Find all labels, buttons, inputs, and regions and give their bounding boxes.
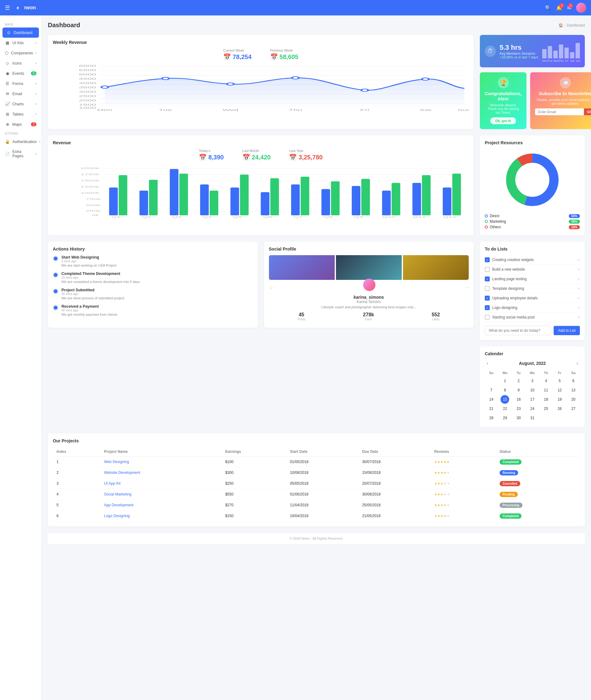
todo-checkbox[interactable] bbox=[485, 257, 490, 262]
cal-day[interactable]: 30 bbox=[514, 413, 523, 422]
todo-text: Build a new website bbox=[492, 267, 525, 271]
project-link[interactable]: Website Development bbox=[104, 470, 140, 475]
sidebar-item-maps[interactable]: ⊕ Maps 2 bbox=[0, 119, 41, 129]
cal-day[interactable]: 12 bbox=[555, 386, 564, 394]
cal-day[interactable]: 23 bbox=[514, 404, 523, 413]
fans-label: Fans bbox=[363, 318, 374, 321]
weekly-revenue-card: Weekly Revenue Current Week 📅 78,254 Pre… bbox=[48, 35, 474, 129]
sidebar-item-label: Tables bbox=[12, 112, 23, 117]
cal-day[interactable]: 13 bbox=[569, 386, 578, 394]
todo-checkbox[interactable] bbox=[485, 267, 490, 272]
logo-icon: e bbox=[14, 3, 22, 12]
calendar-prev-button[interactable]: ‹ bbox=[485, 360, 490, 367]
todo-remove-icon[interactable]: × bbox=[577, 315, 580, 320]
svg-text:2000: 2000 bbox=[79, 99, 96, 102]
svg-rect-52 bbox=[140, 191, 148, 215]
newsletter-email-input[interactable] bbox=[535, 109, 584, 115]
svg-text:Q1: Q1 bbox=[112, 215, 121, 218]
topnav-icons: 🔍 🔔3 ✉5 bbox=[545, 3, 586, 13]
cal-day[interactable]: 6 bbox=[569, 377, 578, 385]
project-link[interactable]: UI App Kit bbox=[104, 481, 120, 486]
project-link[interactable]: Web Designing bbox=[104, 460, 129, 464]
weekly-revenue-stats: Current Week 📅 78,254 Previous Week 📅 58… bbox=[53, 49, 469, 61]
sidebar-item-dashboard[interactable]: ⊙ Dashboard bbox=[2, 27, 39, 38]
sidebar-item-extra-pages[interactable]: 📄 Extra Pages › bbox=[0, 147, 41, 161]
cal-day[interactable]: 2 bbox=[514, 377, 523, 385]
cal-day[interactable]: 31 bbox=[528, 413, 537, 422]
message-icon[interactable]: ✉5 bbox=[567, 5, 571, 11]
cal-day[interactable]: 7 bbox=[487, 386, 496, 394]
newsletter-go-button[interactable]: GO bbox=[584, 109, 591, 115]
sidebar-item-charts[interactable]: 📈 Charts › bbox=[0, 99, 41, 109]
cal-day[interactable]: 1 bbox=[501, 377, 509, 385]
project-link[interactable]: Social Marketing bbox=[104, 492, 132, 496]
cal-day[interactable]: 11 bbox=[542, 386, 550, 394]
cal-day[interactable]: 3 bbox=[528, 377, 537, 385]
todo-remove-icon[interactable]: × bbox=[577, 267, 580, 272]
cal-day[interactable]: 9 bbox=[514, 386, 523, 394]
action-content: Project Submitted 30 mins ago We are don… bbox=[61, 288, 124, 300]
cal-day[interactable]: 4 bbox=[542, 377, 550, 385]
cal-day[interactable]: 19 bbox=[555, 395, 564, 404]
action-item: Start Web Designing 5 mins ago We are st… bbox=[53, 255, 253, 267]
todo-checkbox[interactable] bbox=[485, 296, 490, 301]
cal-day[interactable]: 8 bbox=[501, 386, 509, 394]
row-earnings: $250 bbox=[221, 478, 286, 489]
cal-day[interactable]: 29 bbox=[501, 413, 509, 422]
cal-day-today[interactable]: 15 bbox=[501, 395, 509, 404]
cal-day[interactable]: 28 bbox=[487, 413, 496, 422]
social-username: karina_simons bbox=[269, 295, 469, 300]
revenue-stats: Today's 📅 8,390 Last Month 📅 24,420 Last… bbox=[53, 149, 469, 161]
todo-remove-icon[interactable]: × bbox=[577, 286, 580, 291]
cal-day[interactable]: 22 bbox=[501, 404, 509, 413]
todo-remove-icon[interactable]: × bbox=[577, 276, 580, 281]
cal-day[interactable]: 25 bbox=[542, 404, 550, 413]
more-options-icon[interactable]: ··· bbox=[465, 285, 469, 291]
action-time: 5 mins ago bbox=[61, 259, 116, 263]
cal-day[interactable]: 27 bbox=[569, 404, 578, 413]
newsletter-title: Subscribe to Newsletter bbox=[535, 91, 591, 96]
congrats-button[interactable]: Ok, got it! bbox=[490, 117, 516, 124]
status-badge: Completed bbox=[500, 459, 522, 465]
sidebar-item-auth[interactable]: 🔒 Authentication › bbox=[0, 136, 41, 147]
todo-checkbox[interactable] bbox=[485, 305, 490, 310]
action-content: Completed Theme Development 15 mins ago … bbox=[61, 271, 140, 283]
todo-remove-icon[interactable]: × bbox=[577, 257, 580, 262]
cal-day[interactable]: 10 bbox=[528, 386, 537, 394]
cal-day[interactable]: 24 bbox=[528, 404, 537, 413]
sidebar-item-icons[interactable]: ◇ Icons › bbox=[0, 58, 41, 68]
star-icon[interactable]: ☆ bbox=[269, 285, 273, 291]
cal-day[interactable]: 17 bbox=[528, 395, 537, 404]
svg-text:Q10: Q10 bbox=[383, 215, 396, 218]
todo-remove-icon[interactable]: × bbox=[577, 296, 580, 301]
cal-day[interactable]: 14 bbox=[487, 395, 496, 404]
sidebar-item-forms[interactable]: ☰ Forms › bbox=[0, 78, 41, 89]
cal-day[interactable]: 26 bbox=[555, 404, 564, 413]
avatar[interactable] bbox=[576, 3, 586, 13]
todo-text: Uploading employee details bbox=[492, 296, 538, 300]
todo-checkbox[interactable] bbox=[485, 315, 490, 320]
calendar-next-button[interactable]: › bbox=[575, 360, 580, 367]
sidebar-item-uikits[interactable]: ▦ UI Kits › bbox=[0, 38, 41, 48]
project-link[interactable]: App Development bbox=[104, 503, 133, 507]
cal-day[interactable]: 16 bbox=[514, 395, 523, 404]
cal-day[interactable]: 21 bbox=[487, 404, 496, 413]
todo-add-button[interactable]: Add to List bbox=[553, 326, 580, 335]
sidebar-item-tables[interactable]: ⊞ Tables › bbox=[0, 109, 41, 119]
notification-icon[interactable]: 🔔3 bbox=[556, 5, 562, 11]
todo-new-input[interactable] bbox=[485, 326, 551, 335]
sidebar-item-email[interactable]: ✉ Email › bbox=[0, 89, 41, 99]
last-month-value: 📅 24,420 bbox=[242, 153, 271, 161]
todo-checkbox[interactable] bbox=[485, 286, 490, 291]
todo-checkbox[interactable] bbox=[485, 276, 490, 281]
sidebar-item-components[interactable]: ⬡ Components › bbox=[0, 48, 41, 58]
cal-day[interactable]: 20 bbox=[569, 395, 578, 404]
sidebar-item-events[interactable]: ◉ Events 5 bbox=[0, 68, 41, 78]
cal-day[interactable]: 5 bbox=[555, 377, 564, 385]
hamburger-icon[interactable]: ☰ bbox=[5, 4, 10, 11]
weekly-revenue-title: Weekly Revenue bbox=[53, 40, 469, 45]
cal-day[interactable]: 18 bbox=[542, 395, 550, 404]
todo-remove-icon[interactable]: × bbox=[577, 305, 580, 310]
project-link[interactable]: Logo Designing bbox=[104, 514, 130, 518]
search-icon[interactable]: 🔍 bbox=[545, 5, 551, 11]
